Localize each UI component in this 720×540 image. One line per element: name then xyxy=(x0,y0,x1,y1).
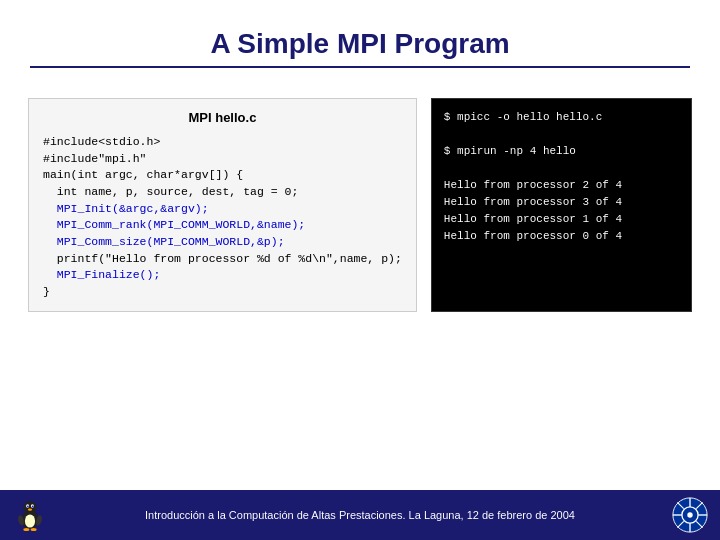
tux-icon xyxy=(12,497,48,533)
svg-point-7 xyxy=(28,508,32,510)
svg-point-8 xyxy=(23,528,29,531)
svg-point-6 xyxy=(32,505,34,507)
svg-point-9 xyxy=(31,528,37,531)
terminal-line-4 xyxy=(444,160,679,177)
terminal-line-5: Hello from processor 2 of 4 xyxy=(444,177,679,194)
terminal-box: $ mpicc -o hello hello.c $ mpirun -np 4 … xyxy=(431,98,692,312)
terminal-line-8: Hello from processor 0 of 4 xyxy=(444,228,679,245)
code-line-2: #include"mpi.h" xyxy=(43,151,402,168)
terminal-line-2 xyxy=(444,126,679,143)
code-line-9: MPI_Finalize(); xyxy=(43,267,402,284)
content-area: MPI hello.c #include<stdio.h> #include"m… xyxy=(0,84,720,312)
title-area: A Simple MPI Program xyxy=(0,0,720,78)
terminal-line-6: Hello from processor 3 of 4 xyxy=(444,194,679,211)
code-line-4: int name, p, source, dest, tag = 0; xyxy=(43,184,402,201)
code-line-1: #include<stdio.h> xyxy=(43,134,402,151)
code-line-10: } xyxy=(43,284,402,301)
institution-logo xyxy=(672,497,708,533)
code-line-7: MPI_Comm_size(MPI_COMM_WORLD,&p); xyxy=(43,234,402,251)
footer: Introducción a la Computación de Altas P… xyxy=(0,490,720,540)
slide: A Simple MPI Program MPI hello.c #includ… xyxy=(0,0,720,540)
svg-point-5 xyxy=(27,505,29,507)
footer-text: Introducción a la Computación de Altas P… xyxy=(48,509,672,521)
terminal-line-1: $ mpicc -o hello hello.c xyxy=(444,109,679,126)
terminal-line-7: Hello from processor 1 of 4 xyxy=(444,211,679,228)
code-line-5: MPI_Init(&argc,&argv); xyxy=(43,201,402,218)
svg-point-14 xyxy=(687,512,692,517)
code-line-3: main(int argc, char*argv[]) { xyxy=(43,167,402,184)
code-line-6: MPI_Comm_rank(MPI_COMM_WORLD,&name); xyxy=(43,217,402,234)
code-title: MPI hello.c xyxy=(43,109,402,128)
terminal-line-3: $ mpirun -np 4 hello xyxy=(444,143,679,160)
code-box-left: MPI hello.c #include<stdio.h> #include"m… xyxy=(28,98,417,312)
svg-point-2 xyxy=(23,501,36,514)
slide-title: A Simple MPI Program xyxy=(0,28,720,60)
svg-point-1 xyxy=(25,514,35,527)
title-underline xyxy=(30,66,690,68)
code-line-8: printf("Hello from processor %d of %d\n"… xyxy=(43,251,402,268)
